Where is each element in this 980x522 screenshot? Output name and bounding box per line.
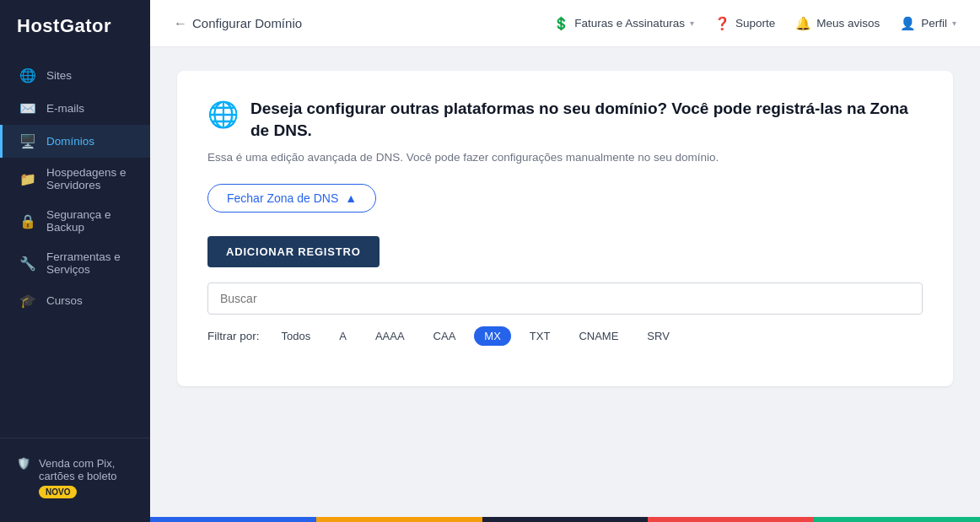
novo-badge: NOVO <box>39 486 77 498</box>
faturas-chevron-icon: ▾ <box>690 19 694 28</box>
sidebar-item-label: Hospedagens e Servidores <box>46 166 133 191</box>
sidebar-bottom: 🛡️ Venda com Pix, cartões e boleto NOVO <box>0 438 150 522</box>
suporte-button[interactable]: ❓ Suporte <box>714 13 775 35</box>
back-arrow-icon: ← <box>174 16 187 31</box>
filter-tag-cname[interactable]: CNAME <box>568 326 628 346</box>
fechar-zona-button[interactable]: Fechar Zona de DNS ▲ <box>207 184 376 213</box>
shield-icon: 🛡️ <box>17 457 30 470</box>
bottom-bar-1 <box>150 517 316 522</box>
hospedagens-icon: 📁 <box>19 171 36 187</box>
back-button[interactable]: ← Configurar Domínio <box>174 16 302 31</box>
sidebar-item-hospedagens[interactable]: 📁Hospedagens e Servidores <box>0 158 150 200</box>
bottom-bar-2 <box>316 517 482 522</box>
topnav: ← Configurar Domínio 💲 Faturas e Assinat… <box>150 0 980 47</box>
faturas-label: Faturas e Assinaturas <box>574 17 685 30</box>
sidebar-nav: 🌐Sites✉️E-mails🖥️Domínios📁Hospedagens e … <box>0 52 150 438</box>
filter-tag-caa[interactable]: CAA <box>423 326 466 346</box>
dominios-icon: 🖥️ <box>19 133 36 149</box>
filter-tag-srv[interactable]: SRV <box>637 326 680 346</box>
main-area: ← Configurar Domínio 💲 Faturas e Assinat… <box>150 0 980 522</box>
sites-icon: 🌐 <box>19 67 36 83</box>
sidebar-item-seguranca[interactable]: 🔒Segurança e Backup <box>0 200 150 242</box>
card-subtitle: Essa é uma edição avançada de DNS. Você … <box>207 151 923 164</box>
card-title: Deseja configurar outras plataformas no … <box>250 98 923 141</box>
sidebar-item-label: Domínios <box>46 135 94 148</box>
sidebar-item-label: Sites <box>46 69 72 82</box>
sidebar: HostGator 🌐Sites✉️E-mails🖥️Domínios📁Hosp… <box>0 0 150 522</box>
sidebar-item-label: Cursos <box>46 294 83 307</box>
ferramentas-icon: 🔧 <box>19 256 36 272</box>
sidebar-logo: HostGator <box>0 0 150 52</box>
sidebar-item-ferramentas[interactable]: 🔧Ferramentas e Serviços <box>0 242 150 284</box>
filter-tag-a[interactable]: A <box>329 326 357 346</box>
faturas-button[interactable]: 💲 Faturas e Assinaturas ▾ <box>553 13 694 35</box>
bell-icon: 🔔 <box>795 16 811 31</box>
filter-tag-todos[interactable]: Todos <box>272 326 321 346</box>
card-header: 🌐 Deseja configurar outras plataformas n… <box>207 98 923 141</box>
cursos-icon: 🎓 <box>19 293 36 309</box>
fechar-chevron-icon: ▲ <box>345 191 357 205</box>
adicionar-registro-button[interactable]: ADICIONAR REGISTRO <box>207 236 380 267</box>
filter-row: Filtrar por: TodosAAAAACAAMXTXTCNAMESRV <box>207 326 923 346</box>
dns-card: 🌐 Deseja configurar outras plataformas n… <box>177 71 953 386</box>
perfil-label: Perfil <box>921 17 947 30</box>
seguranca-icon: 🔒 <box>19 213 36 229</box>
emails-icon: ✉️ <box>19 100 36 116</box>
filter-label: Filtrar por: <box>207 330 260 342</box>
perfil-chevron-icon: ▾ <box>952 19 956 28</box>
globe-icon: 🌐 <box>207 100 239 129</box>
fechar-label: Fechar Zona de DNS <box>227 191 338 205</box>
filter-tag-aaaa[interactable]: AAAA <box>365 326 415 346</box>
content-area: 🌐 Deseja configurar outras plataformas n… <box>150 47 980 517</box>
filter-tag-mx[interactable]: MX <box>474 326 511 346</box>
sidebar-item-cursos[interactable]: 🎓Cursos <box>0 284 150 317</box>
bottom-bar-4 <box>648 517 814 522</box>
sidebar-item-label: Ferramentas e Serviços <box>46 250 133 276</box>
user-icon: 👤 <box>900 16 916 31</box>
suporte-icon: ❓ <box>714 16 730 31</box>
sidebar-item-venda[interactable]: 🛡️ Venda com Pix, cartões e boleto NOVO <box>17 450 133 505</box>
search-input[interactable] <box>207 283 923 315</box>
page-title: Configurar Domínio <box>192 16 302 30</box>
sidebar-item-dominios[interactable]: 🖥️Domínios <box>0 125 150 158</box>
filter-tag-txt[interactable]: TXT <box>520 326 561 346</box>
sidebar-bottom-label: Venda com Pix, cartões e boleto <box>39 457 117 482</box>
avisos-label: Meus avisos <box>816 17 880 30</box>
bottom-bar-5 <box>814 517 980 522</box>
sidebar-item-emails[interactable]: ✉️E-mails <box>0 92 150 125</box>
sidebar-item-sites[interactable]: 🌐Sites <box>0 59 150 92</box>
topnav-right: 💲 Faturas e Assinaturas ▾ ❓ Suporte 🔔 Me… <box>553 13 956 35</box>
bottom-bar <box>150 517 980 522</box>
bottom-bar-3 <box>482 517 649 522</box>
faturas-icon: 💲 <box>553 16 569 31</box>
perfil-button[interactable]: 👤 Perfil ▾ <box>900 13 956 35</box>
sidebar-item-label: Segurança e Backup <box>46 208 133 234</box>
sidebar-item-label: E-mails <box>46 102 84 115</box>
avisos-button[interactable]: 🔔 Meus avisos <box>795 13 880 35</box>
suporte-label: Suporte <box>735 17 775 30</box>
